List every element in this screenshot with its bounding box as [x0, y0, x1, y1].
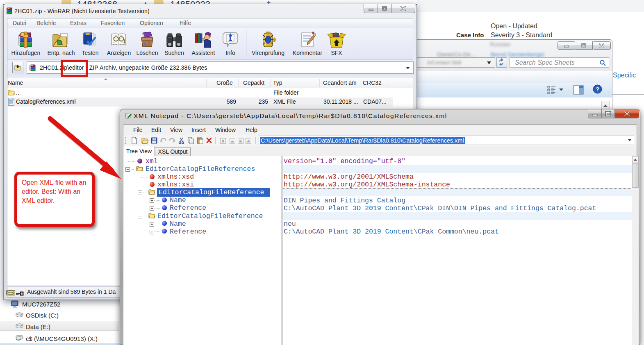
svg-text:?: ? [596, 86, 599, 93]
